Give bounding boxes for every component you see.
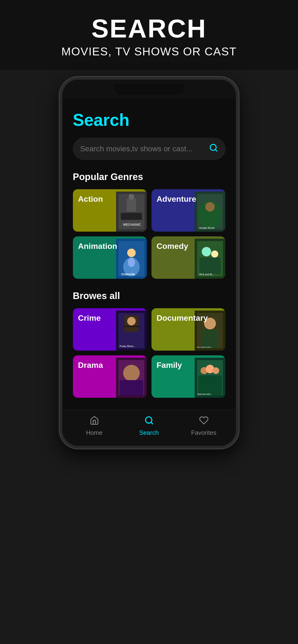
favorites-icon — [199, 416, 209, 427]
genre-label-animation: Animation — [78, 242, 117, 251]
genre-label-family: Family — [157, 360, 182, 370]
top-banner: SEARCH MOVIES, TV SHOWS OR CAST — [0, 0, 298, 70]
nav-item-favorites[interactable]: Favorites — [187, 416, 220, 436]
genre-card-family[interactable]: Family Malcolm Mid... — [152, 355, 225, 398]
svg-point-5 — [128, 194, 134, 200]
genre-card-drama[interactable]: Drama — [73, 355, 147, 398]
nav-item-home[interactable]: Home — [78, 416, 111, 436]
svg-text:Malcolm Mid...: Malcolm Mid... — [198, 393, 212, 396]
svg-point-21 — [202, 247, 211, 256]
browse-all-title: Browes all — [73, 290, 225, 301]
popular-genres-grid: Action MECHANIC — [73, 189, 225, 279]
svg-rect-39 — [120, 380, 143, 396]
popular-genres-title: Popular Genres — [73, 172, 225, 182]
search-page-title: Search — [73, 110, 225, 130]
svg-point-11 — [205, 202, 215, 212]
volume-button — [238, 153, 239, 172]
svg-rect-34 — [202, 330, 218, 348]
bottom-nav: Home Search Favorites — [62, 410, 236, 446]
genre-label-drama: Drama — [78, 360, 103, 370]
banner-title: SEARCH — [91, 14, 207, 43]
genre-card-crime[interactable]: Crime Peaky Blind... — [73, 308, 147, 351]
genre-label-action: Action — [78, 194, 103, 204]
search-bar[interactable] — [73, 138, 225, 160]
nav-label-favorites: Favorites — [191, 429, 216, 436]
genre-card-comedy[interactable]: Comedy Rick and M... — [152, 236, 225, 279]
nav-label-home: Home — [86, 429, 102, 436]
notch — [114, 84, 185, 94]
svg-point-16 — [127, 248, 136, 257]
svg-text:Cinderella: Cinderella — [121, 273, 135, 276]
svg-rect-6 — [121, 213, 142, 220]
power-button — [238, 127, 239, 146]
svg-rect-29 — [123, 326, 140, 327]
svg-text:MECHANIC: MECHANIC — [123, 223, 141, 226]
phone-frame: Search Popular Genres Action — [59, 77, 239, 449]
svg-point-22 — [211, 250, 218, 258]
genre-card-adventure[interactable]: Adventure Jungle Book — [152, 189, 225, 232]
svg-text:Peaky Blind...: Peaky Blind... — [120, 345, 135, 348]
nav-item-search[interactable]: Search — [133, 416, 166, 436]
genre-label-comedy: Comedy — [157, 242, 188, 251]
genre-card-animation[interactable]: Animation Cinderella — [73, 236, 147, 279]
vol-down-button — [59, 169, 60, 193]
browse-all-grid: Crime Peaky Blind... — [73, 308, 225, 398]
genre-label-documentary: Documentary — [157, 314, 208, 322]
svg-point-28 — [127, 317, 136, 326]
svg-point-44 — [213, 367, 219, 374]
genre-label-adventure: Adventure — [157, 194, 196, 204]
genre-label-crime: Crime — [78, 314, 101, 322]
svg-text:Rick and M...: Rick and M... — [199, 273, 214, 276]
home-icon — [90, 416, 99, 427]
svg-point-17 — [128, 258, 135, 267]
svg-rect-23 — [199, 258, 221, 274]
search-icon[interactable] — [209, 143, 218, 154]
svg-text:the social netw...: the social netw... — [197, 346, 212, 348]
banner-subtitle: MOVIES, TV SHOWS OR CAST — [61, 45, 237, 58]
search-input[interactable] — [80, 144, 209, 153]
search-nav-icon — [144, 416, 154, 427]
svg-line-1 — [215, 150, 217, 151]
notch-area — [62, 80, 236, 98]
genre-card-documentary[interactable]: Documentary the social netw... — [152, 308, 225, 351]
svg-rect-4 — [127, 199, 136, 212]
phone-screen: Search Popular Genres Action — [62, 98, 236, 446]
nav-label-search: Search — [139, 429, 159, 436]
svg-point-38 — [123, 365, 140, 381]
svg-line-48 — [151, 422, 153, 424]
vol-up-button — [59, 138, 60, 162]
svg-text:Jungle Book: Jungle Book — [199, 226, 215, 229]
genre-card-action[interactable]: Action MECHANIC — [73, 189, 147, 232]
screen-content: Search Popular Genres Action — [62, 98, 236, 398]
svg-rect-45 — [198, 375, 222, 396]
mute-button — [59, 117, 60, 132]
